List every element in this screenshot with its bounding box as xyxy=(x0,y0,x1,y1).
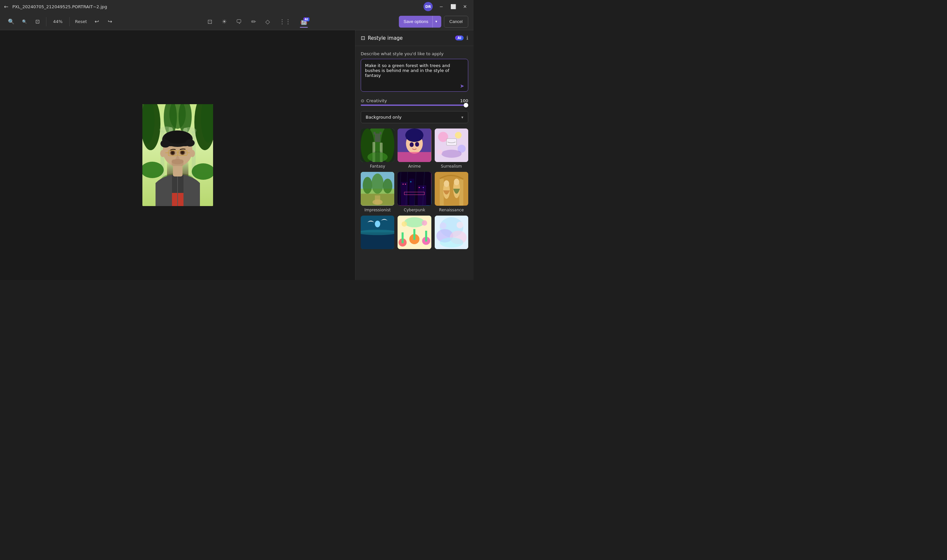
dropdown-label: Background only xyxy=(366,115,402,120)
svg-point-70 xyxy=(371,174,384,194)
prompt-textarea[interactable] xyxy=(361,59,468,92)
svg-point-42 xyxy=(160,150,165,157)
style-thumb-fantasy xyxy=(361,129,394,162)
back-button[interactable]: ← xyxy=(4,4,8,10)
avatar: DR xyxy=(423,2,433,11)
zoom-value: 44% xyxy=(52,19,64,24)
canvas-area xyxy=(0,30,355,280)
svg-point-62 xyxy=(455,132,461,138)
panel-header: ⊡ Restyle image AI ℹ xyxy=(356,30,473,46)
style-thumb-surrealism xyxy=(435,129,468,162)
svg-point-115 xyxy=(440,237,463,248)
filter-tool[interactable]: ⋮⋮ xyxy=(277,17,294,26)
style-anime[interactable]: Anime xyxy=(397,129,431,169)
erase-tool[interactable]: ◇ xyxy=(263,17,273,26)
image-preview xyxy=(142,104,213,206)
draw-icon: ✏ xyxy=(251,18,256,25)
creativity-label: ⊙ Creativity xyxy=(361,98,457,103)
save-chevron-icon[interactable]: ▾ xyxy=(433,16,440,28)
style-thumb-anime xyxy=(397,129,431,162)
style-thumb-cyberpunk xyxy=(397,172,431,205)
toolbar-left: 🔍 🔍 ⊡ 44% Reset ↩ ↪ xyxy=(5,16,116,28)
panel-body: Describe what style you'd like to apply … xyxy=(356,46,473,256)
style-bottom3[interactable] xyxy=(435,215,468,251)
describe-label: Describe what style you'd like to apply xyxy=(361,51,468,56)
svg-point-66 xyxy=(437,149,442,154)
svg-point-34 xyxy=(181,151,184,154)
style-thumb-bottom1 xyxy=(361,215,394,249)
window-title: PXL_20240705_212049525.PORTRAIT~2.jpg xyxy=(12,4,420,9)
style-fantasy[interactable]: Fantasy xyxy=(361,129,394,169)
style-label-surrealism: Surrealism xyxy=(441,164,462,169)
svg-rect-77 xyxy=(403,184,404,185)
svg-rect-74 xyxy=(375,195,380,204)
style-label-cyberpunk: Cyberpunk xyxy=(404,208,425,212)
creativity-slider[interactable] xyxy=(361,105,468,106)
toolbar-tools: ⊡ ☀ 🗨 ✏ ◇ ⋮⋮ 🤖 AI xyxy=(119,17,396,26)
svg-point-64 xyxy=(441,149,461,158)
style-label-renaissance: Renaissance xyxy=(439,208,463,212)
svg-point-110 xyxy=(422,220,427,225)
style-bottom2[interactable] xyxy=(397,215,431,251)
minimize-button[interactable]: − xyxy=(437,2,446,11)
maximize-button[interactable]: ⬜ xyxy=(448,2,458,11)
titlebar: ← PXL_20240705_212049525.PORTRAIT~2.jpg … xyxy=(0,0,473,13)
svg-point-116 xyxy=(440,222,446,229)
window-controls: − ⬜ ✕ xyxy=(437,2,470,11)
reset-button[interactable]: Reset xyxy=(72,16,89,28)
svg-point-27 xyxy=(160,140,170,148)
fit-button[interactable]: ⊡ xyxy=(32,16,43,28)
svg-point-99 xyxy=(361,230,394,235)
svg-point-108 xyxy=(405,217,425,228)
svg-rect-103 xyxy=(402,232,404,243)
svg-point-100 xyxy=(375,220,380,227)
restyle-icon: ⊡ xyxy=(361,35,365,41)
svg-rect-65 xyxy=(446,139,456,145)
svg-rect-90 xyxy=(440,179,443,206)
markup-tool[interactable]: 🗨 xyxy=(234,17,245,26)
ai-tool[interactable]: 🤖 AI xyxy=(297,17,310,26)
zoom-in-button[interactable]: 🔍 xyxy=(5,16,17,28)
info-icon[interactable]: ℹ xyxy=(466,35,468,41)
close-button[interactable]: ✕ xyxy=(460,2,470,11)
creativity-section: ⊙ Creativity 100 xyxy=(361,98,468,106)
style-surrealism[interactable]: Surrealism xyxy=(435,129,468,169)
svg-point-69 xyxy=(363,177,372,194)
markup-icon: 🗨 xyxy=(236,18,242,25)
right-panel: ⊡ Restyle image AI ℹ Describe what style… xyxy=(355,30,473,280)
style-label-anime: Anime xyxy=(408,164,420,169)
adjust-tool[interactable]: ☀ xyxy=(219,17,229,26)
background-dropdown[interactable]: Background only ▾ xyxy=(361,111,468,123)
save-options-button[interactable]: Save options ▾ xyxy=(399,16,441,28)
svg-point-50 xyxy=(367,152,387,162)
slider-thumb[interactable] xyxy=(463,103,468,108)
style-thumb-bottom2 xyxy=(397,215,431,249)
panel-title: Restyle image xyxy=(368,35,453,41)
prompt-wrapper: ➤ xyxy=(361,59,468,93)
svg-rect-91 xyxy=(459,180,463,206)
zoom-out-button[interactable]: 🔍 xyxy=(18,16,30,28)
style-renaissance[interactable]: Renaissance xyxy=(435,172,468,212)
describe-section: Describe what style you'd like to apply … xyxy=(361,51,468,93)
send-icon[interactable]: ➤ xyxy=(460,83,464,89)
cancel-button[interactable]: Cancel xyxy=(444,16,468,28)
svg-point-93 xyxy=(443,180,449,187)
crop-icon: ⊡ xyxy=(208,18,212,25)
svg-point-57 xyxy=(410,142,414,147)
svg-point-58 xyxy=(415,142,419,146)
save-button-label: Save options xyxy=(403,19,431,24)
style-bottom1[interactable] xyxy=(361,215,394,251)
ai-badge: AI xyxy=(303,17,310,22)
style-impressionist[interactable]: Impressionist xyxy=(361,172,394,212)
undo-button[interactable]: ↩ xyxy=(91,16,103,28)
portrait-svg xyxy=(142,104,213,206)
style-thumb-impressionist xyxy=(361,172,394,205)
ai-pill: AI xyxy=(455,35,463,40)
redo-button[interactable]: ↪ xyxy=(104,16,116,28)
svg-rect-59 xyxy=(397,152,431,162)
toolbar-divider-1 xyxy=(46,17,46,26)
style-cyberpunk[interactable]: Cyberpunk xyxy=(397,172,431,212)
crop-tool[interactable]: ⊡ xyxy=(205,17,215,26)
toolbar-divider-2 xyxy=(69,17,70,26)
draw-tool[interactable]: ✏ xyxy=(249,17,259,26)
